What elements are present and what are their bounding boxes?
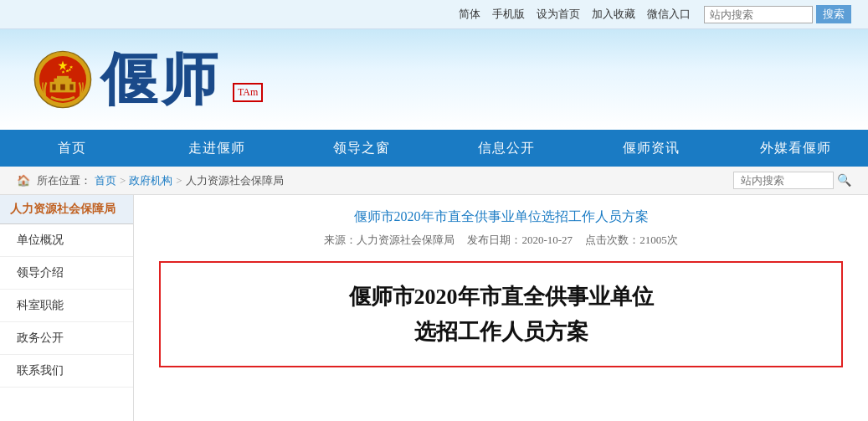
- meta-source: 来源：人力资源社会保障局: [324, 234, 455, 246]
- top-link-set-homepage[interactable]: 设为首页: [537, 7, 580, 22]
- sidebar: 人力资源社会保障局 单位概况 领导介绍 科室职能 政务公开 联系我们: [0, 195, 134, 421]
- breadcrumb-search-input[interactable]: [733, 172, 834, 189]
- top-link-bookmark[interactable]: 加入收藏: [592, 7, 635, 22]
- meta-date: 发布日期：2020-10-27: [467, 234, 573, 246]
- article-meta: 来源：人力资源社会保障局 发布日期：2020-10-27 点击次数：21005次: [159, 233, 843, 248]
- svg-rect-7: [69, 85, 73, 90]
- main-nav: 首页 走进偃师 领导之窗 信息公开 偃师资讯 外媒看偃师: [0, 130, 868, 167]
- breadcrumb-gov[interactable]: 政府机构: [129, 173, 172, 188]
- site-title: 偃师: [100, 51, 221, 108]
- article-content: 偃师市2020年市直全供事业单位选招工作人员方案 来源：人力资源社会保障局 发布…: [134, 195, 868, 421]
- top-link-wechat[interactable]: 微信入口: [647, 7, 691, 22]
- breadcrumb-right: 🔍: [733, 172, 851, 189]
- breadcrumb-current: 人力资源社会保障局: [186, 173, 284, 188]
- home-icon: 🏠: [17, 174, 30, 187]
- breadcrumb-sep-2: >: [176, 174, 182, 187]
- breadcrumb-search-icon[interactable]: 🔍: [837, 173, 851, 187]
- site-header: 偃师 TAm: [0, 29, 868, 130]
- nav-item-leadership[interactable]: 领导之窗: [290, 130, 434, 167]
- nav-item-home[interactable]: 首页: [0, 130, 145, 167]
- sidebar-item-contact[interactable]: 联系我们: [0, 355, 133, 388]
- top-search-button[interactable]: 搜索: [816, 5, 851, 23]
- svg-rect-6: [60, 85, 65, 90]
- nav-item-info[interactable]: 信息公开: [434, 130, 578, 167]
- logo-area: 偃师 TAm: [33, 50, 263, 109]
- box-line2: 选招工作人员方案: [186, 315, 816, 350]
- sidebar-item-leadership[interactable]: 领导介绍: [0, 257, 133, 290]
- nav-item-news[interactable]: 偃师资讯: [578, 130, 723, 167]
- nav-item-media[interactable]: 外媒看偃师: [723, 130, 868, 167]
- breadcrumb-home[interactable]: 首页: [95, 173, 116, 188]
- breadcrumb-left: 🏠 所在位置： 首页 > 政府机构 > 人力资源社会保障局: [17, 173, 284, 188]
- svg-rect-4: [57, 76, 69, 80]
- nav-item-about[interactable]: 走进偃师: [145, 130, 290, 167]
- sidebar-item-government[interactable]: 政务公开: [0, 322, 133, 355]
- seal-stamp: TAm: [233, 83, 263, 102]
- top-bar: 简体 手机版 设为首页 加入收藏 微信入口 搜索: [0, 0, 868, 29]
- breadcrumb-label: 所在位置：: [37, 173, 91, 188]
- top-search-area: 搜索: [704, 5, 851, 23]
- box-line1: 偃师市2020年市直全供事业单位: [186, 280, 816, 315]
- meta-views: 点击次数：21005次: [585, 234, 678, 246]
- top-link-simplified[interactable]: 简体: [459, 7, 480, 22]
- breadcrumb-bar: 🏠 所在位置： 首页 > 政府机构 > 人力资源社会保障局 🔍: [0, 167, 868, 195]
- top-link-mobile[interactable]: 手机版: [492, 7, 525, 22]
- sidebar-item-office[interactable]: 科室职能: [0, 290, 133, 322]
- top-bar-links: 简体 手机版 设为首页 加入收藏 微信入口: [459, 7, 691, 22]
- article-highlighted-box: 偃师市2020年市直全供事业单位 选招工作人员方案: [159, 261, 843, 367]
- svg-rect-5: [52, 85, 55, 90]
- top-search-input[interactable]: [704, 6, 813, 23]
- article-title-link[interactable]: 偃师市2020年市直全供事业单位选招工作人员方案: [159, 208, 843, 226]
- sidebar-item-overview[interactable]: 单位概况: [0, 224, 133, 257]
- main-layout: 人力资源社会保障局 单位概况 领导介绍 科室职能 政务公开 联系我们 偃师市20…: [0, 195, 868, 421]
- breadcrumb-sep-1: >: [120, 174, 126, 187]
- national-emblem-icon: [33, 50, 92, 109]
- sidebar-title: 人力资源社会保障局: [0, 195, 133, 224]
